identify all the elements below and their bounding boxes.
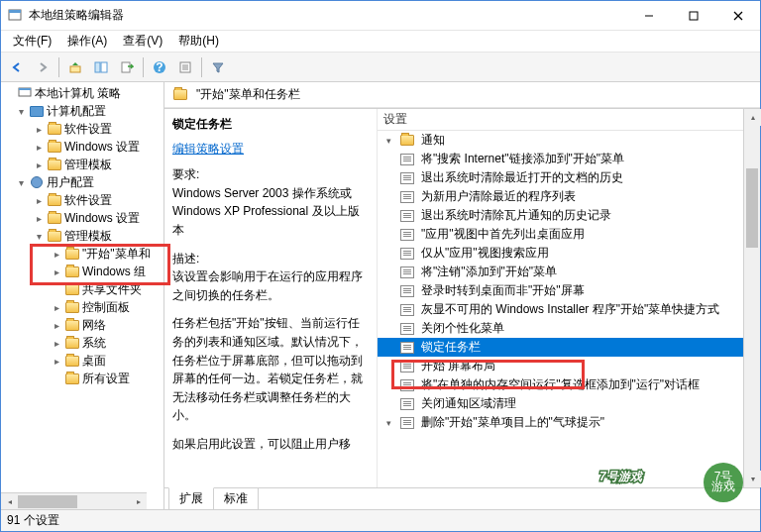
chevron-icon: ▾ bbox=[383, 136, 393, 146]
requirements-text: Windows Server 2003 操作系统或 Windows XP Pro… bbox=[172, 184, 369, 240]
list-item-label: 关闭个性化菜单 bbox=[421, 320, 504, 337]
list-item-label: 锁定任务栏 bbox=[421, 339, 481, 356]
tree-computer-config[interactable]: ▾计算机配置 bbox=[3, 102, 162, 120]
export-button[interactable] bbox=[115, 55, 139, 79]
policy-icon bbox=[399, 416, 415, 430]
menu-help[interactable]: 帮助(H) bbox=[170, 31, 227, 52]
tree-cc-admin[interactable]: ▸管理模板 bbox=[3, 156, 162, 173]
show-hide-tree-button[interactable] bbox=[89, 55, 113, 79]
tree-user-config[interactable]: ▾用户配置 bbox=[3, 173, 162, 191]
policy-icon bbox=[399, 284, 415, 298]
tree-all-settings[interactable]: 所有设置 bbox=[3, 370, 162, 387]
up-level-button[interactable] bbox=[63, 55, 87, 79]
requirements-label: 要求: bbox=[172, 165, 369, 184]
list-item[interactable]: 退出系统时清除最近打开的文档的历史 bbox=[378, 168, 760, 187]
settings-scrollbar-v[interactable]: ▴ ▾ bbox=[743, 109, 760, 487]
policy-icon bbox=[399, 360, 415, 373]
tree-desktop[interactable]: ▸桌面 bbox=[3, 352, 162, 370]
list-item[interactable]: ▾删除"开始"菜单项目上的"气球提示" bbox=[378, 413, 760, 432]
tree-label: 软件设置 bbox=[64, 192, 112, 209]
forward-button[interactable] bbox=[31, 55, 54, 79]
list-item[interactable]: 为新用户清除最近的程序列表 bbox=[378, 187, 760, 206]
svg-rect-9 bbox=[122, 62, 130, 72]
tree-label: Windows 组 bbox=[82, 264, 146, 280]
tree-label: 计算机配置 bbox=[47, 103, 106, 120]
properties-button[interactable] bbox=[173, 55, 197, 79]
tree-uc-windows[interactable]: ▸Windows 设置 bbox=[3, 209, 162, 227]
tree-start-menu[interactable]: ▸"开始"菜单和 bbox=[3, 245, 162, 263]
list-item-label: 退出系统时清除瓦片通知的历史记录 bbox=[421, 207, 611, 224]
tab-extended[interactable]: 扩展 bbox=[168, 487, 214, 510]
tree-cc-software[interactable]: ▸软件设置 bbox=[3, 120, 162, 138]
list-item[interactable]: 开始 屏幕布局 bbox=[378, 357, 760, 375]
minimize-button[interactable] bbox=[626, 1, 671, 30]
list-item[interactable]: 灰显不可用的 Windows Installer 程序"开始"菜单快捷方式 bbox=[378, 300, 760, 319]
back-button[interactable] bbox=[5, 55, 29, 79]
tree-label: Windows 设置 bbox=[64, 210, 140, 227]
list-item-label: 通知 bbox=[421, 132, 445, 149]
svg-rect-6 bbox=[70, 66, 80, 72]
policy-icon bbox=[399, 303, 415, 317]
tree-cc-windows[interactable]: ▸Windows 设置 bbox=[3, 138, 162, 156]
tab-standard[interactable]: 标准 bbox=[213, 488, 259, 510]
policy-icon bbox=[399, 228, 415, 242]
svg-rect-1 bbox=[9, 10, 21, 13]
list-item[interactable]: "应用"视图中首先列出桌面应用 bbox=[378, 225, 760, 244]
svg-rect-7 bbox=[95, 62, 100, 72]
tree-scrollbar-h[interactable]: ◂ ▸ bbox=[1, 492, 147, 509]
tree-pane[interactable]: 本地计算机 策略 ▾计算机配置 ▸软件设置 ▸Windows 设置 ▸管理模板 … bbox=[1, 82, 164, 509]
list-item[interactable]: 将"注销"添加到"开始"菜单 bbox=[378, 263, 760, 281]
menu-action[interactable]: 操作(A) bbox=[59, 31, 115, 52]
tree-label: Windows 设置 bbox=[64, 139, 140, 156]
tree-shared-folders[interactable]: 共享文件夹 bbox=[3, 280, 162, 298]
list-item-label: 灰显不可用的 Windows Installer 程序"开始"菜单快捷方式 bbox=[421, 301, 719, 318]
folder-icon bbox=[172, 87, 188, 103]
svg-rect-3 bbox=[690, 12, 698, 20]
list-item-label: 登录时转到桌面而非"开始"屏幕 bbox=[421, 282, 585, 299]
status-count: 91 个设置 bbox=[7, 512, 59, 529]
list-item-label: 将"搜索 Internet"链接添加到"开始"菜单 bbox=[421, 151, 624, 167]
settings-column-header[interactable]: 设置 bbox=[378, 109, 760, 131]
selected-policy-title: 锁定任务栏 bbox=[172, 115, 369, 134]
tree-label: 桌面 bbox=[82, 353, 106, 370]
statusbar: 91 个设置 bbox=[1, 509, 760, 531]
tree-label: 网络 bbox=[82, 317, 106, 334]
description-p3: 如果启用此设置，可以阻止用户移 bbox=[172, 435, 369, 454]
list-item[interactable]: 关闭通知区域清理 bbox=[378, 394, 760, 413]
tree-control-panel[interactable]: ▸控制面板 bbox=[3, 298, 162, 316]
svg-text:?: ? bbox=[156, 60, 163, 74]
list-item[interactable]: ▾通知 bbox=[378, 131, 760, 150]
menu-view[interactable]: 查看(V) bbox=[115, 31, 170, 52]
list-item[interactable]: 关闭个性化菜单 bbox=[378, 319, 760, 338]
list-item[interactable]: 锁定任务栏 bbox=[378, 338, 760, 357]
filter-button[interactable] bbox=[206, 55, 230, 79]
tree-label: 控制面板 bbox=[82, 299, 130, 316]
list-item-label: "应用"视图中首先列出桌面应用 bbox=[421, 226, 585, 243]
close-button[interactable] bbox=[715, 1, 760, 30]
menubar: 文件(F) 操作(A) 查看(V) 帮助(H) bbox=[1, 31, 760, 53]
tree-uc-software[interactable]: ▸软件设置 bbox=[3, 191, 162, 209]
list-item[interactable]: 退出系统时清除瓦片通知的历史记录 bbox=[378, 206, 760, 225]
tree-label: 用户配置 bbox=[47, 174, 94, 191]
tree-system[interactable]: ▸系统 bbox=[3, 334, 162, 352]
help-button[interactable]: ? bbox=[148, 55, 171, 79]
tree-network[interactable]: ▸网络 bbox=[3, 316, 162, 334]
policy-icon bbox=[399, 397, 415, 411]
maximize-button[interactable] bbox=[671, 1, 715, 30]
settings-list[interactable]: ▾通知将"搜索 Internet"链接添加到"开始"菜单退出系统时清除最近打开的… bbox=[378, 131, 760, 487]
tree-root[interactable]: 本地计算机 策略 bbox=[3, 84, 162, 102]
list-item-label: 退出系统时清除最近打开的文档的历史 bbox=[421, 169, 623, 186]
settings-pane: 设置 ▾通知将"搜索 Internet"链接添加到"开始"菜单退出系统时清除最近… bbox=[378, 109, 760, 487]
list-item[interactable]: 将"在单独的内存空间运行"复选框添加到"运行"对话框 bbox=[378, 375, 760, 394]
tree-uc-admin[interactable]: ▾管理模板 bbox=[3, 227, 162, 245]
list-item-label: 关闭通知区域清理 bbox=[421, 395, 516, 412]
list-item[interactable]: 仅从"应用"视图搜索应用 bbox=[378, 244, 760, 263]
toolbar: ? bbox=[1, 53, 760, 82]
list-item[interactable]: 登录时转到桌面而非"开始"屏幕 bbox=[378, 281, 760, 300]
list-item-label: 为新用户清除最近的程序列表 bbox=[421, 188, 576, 205]
list-item[interactable]: 将"搜索 Internet"链接添加到"开始"菜单 bbox=[378, 150, 760, 168]
menu-file[interactable]: 文件(F) bbox=[5, 31, 59, 52]
list-item-label: 将"在单独的内存空间运行"复选框添加到"运行"对话框 bbox=[421, 376, 700, 393]
edit-policy-link[interactable]: 编辑策略设置 bbox=[172, 142, 244, 156]
tree-windows-components[interactable]: ▸Windows 组 bbox=[3, 263, 162, 280]
